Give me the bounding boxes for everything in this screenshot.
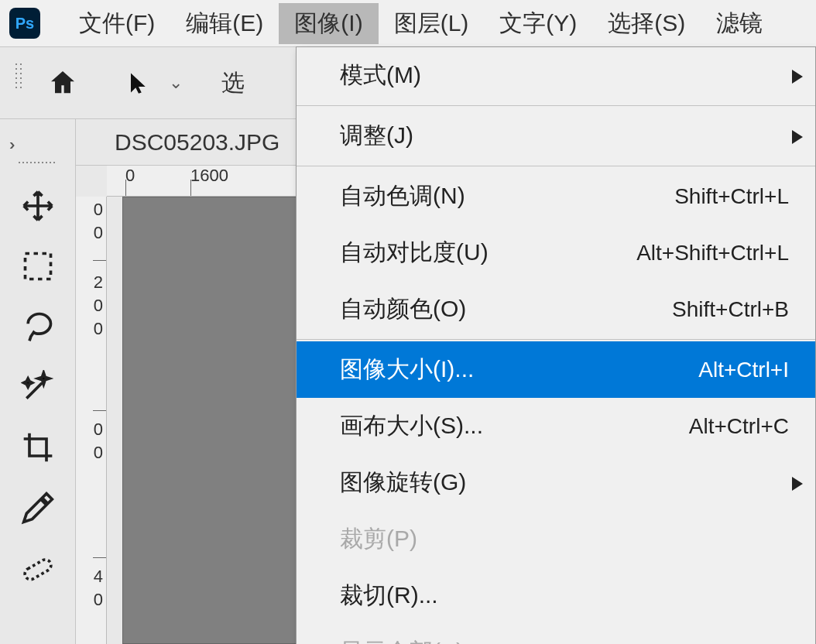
menu-auto-tone[interactable]: 自动色调(N) Shift+Ctrl+L (297, 168, 815, 224)
options-label: 选 (221, 67, 245, 99)
menu-shortcut: Alt+Ctrl+I (698, 358, 789, 382)
menu-item-label: 自动颜色(O) (340, 293, 466, 325)
ruler-tick-label: 0 (125, 166, 135, 186)
menu-image-size[interactable]: 图像大小(I)... Alt+Ctrl+I (297, 341, 815, 398)
menu-canvas-size[interactable]: 画布大小(S)... Alt+Ctrl+C (297, 398, 815, 454)
tools-collapse-button[interactable]: ›› (0, 127, 75, 162)
menu-crop: 裁剪(P) (297, 511, 815, 567)
menu-separator (297, 166, 815, 166)
tool-marquee[interactable] (10, 238, 66, 294)
eyedropper-icon (21, 491, 55, 525)
menu-shortcut: Alt+Shift+Ctrl+L (636, 241, 789, 265)
ruler-tick-label: 1600 (190, 166, 228, 186)
menu-item-label: 调整(J) (340, 120, 413, 152)
tool-magic-wand[interactable] (10, 359, 66, 415)
home-button[interactable] (45, 65, 81, 101)
tool-eyedropper[interactable] (10, 480, 66, 536)
menubar: Ps 文件(F) 编辑(E) 图像(I) 图层(L) 文字(Y) 选择(S) 滤… (0, 0, 816, 46)
menu-adjustments[interactable]: 调整(J) (297, 108, 815, 164)
tool-crop[interactable] (10, 420, 66, 475)
marquee-icon (21, 249, 55, 283)
grip-icon[interactable] (15, 63, 23, 102)
tool-heal[interactable] (10, 540, 66, 596)
menu-file[interactable]: 文件(F) (63, 3, 170, 44)
menu-item-label: 图像旋转(G) (340, 467, 466, 498)
submenu-arrow-icon (792, 63, 803, 89)
menu-shortcut: Alt+Ctrl+C (689, 414, 789, 439)
menu-separator (297, 105, 815, 106)
menu-mode[interactable]: 模式(M) (297, 47, 815, 104)
grip-icon[interactable] (19, 162, 57, 168)
menu-image-rotation[interactable]: 图像旋转(G) (297, 454, 815, 511)
move-icon (21, 189, 55, 223)
menu-item-label: 裁切(R)... (340, 580, 438, 611)
lasso-icon (21, 310, 55, 344)
menu-separator (297, 339, 815, 340)
menu-shortcut: Shift+Ctrl+L (674, 184, 789, 209)
tool-lasso[interactable] (10, 299, 66, 355)
svg-rect-0 (25, 254, 50, 279)
svg-rect-1 (22, 557, 53, 581)
cursor-icon (127, 71, 150, 94)
menu-item-label: 显示全部(V) (340, 636, 464, 644)
ruler-vertical[interactable]: 0 0 2 0 0 0 0 4 0 (76, 197, 107, 644)
chevron-right-icon: ›› (9, 135, 10, 153)
menu-trim[interactable]: 裁切(R)... (297, 567, 815, 624)
menu-item-label: 画布大小(S)... (340, 410, 483, 442)
tool-move[interactable] (10, 178, 66, 234)
submenu-arrow-icon (792, 470, 803, 496)
tool-preset-chevron-icon[interactable]: ⌄ (169, 73, 183, 93)
menu-item-label: 自动色调(N) (340, 180, 465, 212)
submenu-arrow-icon (792, 123, 803, 149)
menu-item-label: 裁剪(P) (340, 523, 417, 555)
menu-layer[interactable]: 图层(L) (379, 3, 485, 44)
menu-shortcut: Shift+Ctrl+B (672, 297, 789, 322)
menu-type[interactable]: 文字(Y) (484, 3, 592, 44)
wand-icon (21, 370, 55, 404)
menu-auto-contrast[interactable]: 自动对比度(U) Alt+Shift+Ctrl+L (297, 224, 815, 281)
menu-auto-color[interactable]: 自动颜色(O) Shift+Ctrl+B (297, 281, 815, 337)
menu-item-label: 模式(M) (340, 60, 421, 91)
app-logo: Ps (9, 8, 40, 39)
image-menu-dropdown: 模式(M) 调整(J) 自动色调(N) Shift+Ctrl+L 自动对比度(U… (296, 46, 816, 644)
home-icon (47, 67, 78, 98)
menu-select[interactable]: 选择(S) (592, 3, 701, 44)
menu-filter[interactable]: 滤镜 (701, 3, 778, 44)
crop-icon (21, 430, 55, 464)
menu-item-label: 图像大小(I)... (340, 354, 474, 385)
menu-edit[interactable]: 编辑(E) (170, 3, 279, 44)
menu-item-label: 自动对比度(U) (340, 237, 489, 269)
tools-panel: ›› (0, 119, 76, 644)
bandage-icon (21, 551, 55, 585)
menu-image[interactable]: 图像(I) (279, 3, 378, 44)
menu-reveal-all: 显示全部(V) (297, 624, 815, 644)
